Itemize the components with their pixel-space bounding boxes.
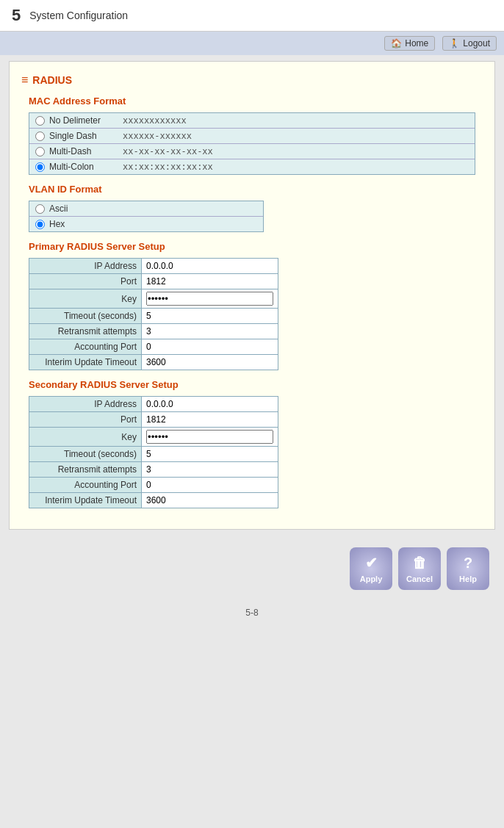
home-label: Home — [405, 38, 428, 48]
secondary-timeout-input[interactable] — [146, 449, 273, 459]
vlan-id-table: Ascii Hex — [29, 201, 264, 232]
help-label: Help — [459, 575, 477, 583]
primary-accounting-label: Accounting Port — [29, 339, 142, 355]
logout-icon: 🚶 — [449, 38, 460, 48]
secondary-timeout-row: Timeout (seconds) — [29, 447, 278, 462]
secondary-accounting-label: Accounting Port — [29, 478, 142, 493]
apply-label: Apply — [360, 575, 383, 583]
page-footer: 5-8 — [0, 602, 504, 624]
primary-key-input[interactable] — [146, 292, 273, 306]
secondary-key-input[interactable] — [146, 430, 273, 444]
mac-address-subtitle: MAC Address Format — [29, 96, 483, 107]
primary-interim-row: Interim Update Timeout — [29, 355, 278, 370]
apply-button[interactable]: ✔ Apply — [350, 547, 392, 590]
primary-retransmit-value — [142, 324, 278, 339]
radius-section-title: RADIUS — [21, 73, 483, 87]
primary-accounting-input[interactable] — [146, 342, 273, 352]
mac-radio-no-delimeter[interactable] — [35, 116, 45, 126]
mac-label-multi-dash: Multi-Dash — [49, 146, 123, 156]
primary-accounting-row: Accounting Port — [29, 339, 278, 355]
secondary-server-subtitle: Secondary RADIUS Server Setup — [29, 379, 483, 390]
secondary-server-table: IP Address Port Key Timeout (seconds) Re… — [29, 396, 278, 508]
vlan-id-subtitle: VLAN ID Format — [29, 184, 483, 195]
vlan-radio-hex[interactable] — [35, 220, 45, 229]
secondary-ip-row: IP Address — [29, 397, 278, 412]
secondary-port-value — [142, 412, 278, 428]
secondary-ip-input[interactable] — [146, 399, 273, 409]
cancel-label: Cancel — [406, 575, 433, 583]
mac-example-single-dash: xxxxxx-xxxxxx — [123, 131, 192, 141]
vlan-label-hex: Hex — [49, 219, 123, 229]
secondary-retransmit-label: Retransmit attempts — [29, 462, 142, 478]
mac-label-single-dash: Single Dash — [49, 131, 123, 141]
mac-example-multi-dash: xx-xx-xx-xx-xx-xx — [123, 146, 213, 156]
mac-radio-multi-dash[interactable] — [35, 147, 45, 156]
secondary-timeout-label: Timeout (seconds) — [29, 447, 142, 462]
mac-example-no-delimeter: xxxxxxxxxxxx — [123, 115, 187, 126]
logout-button[interactable]: 🚶 Logout — [442, 36, 497, 51]
mac-radio-single-dash[interactable] — [35, 132, 45, 141]
primary-timeout-label: Timeout (seconds) — [29, 309, 142, 324]
mac-radio-multi-colon[interactable] — [35, 162, 45, 172]
secondary-accounting-row: Accounting Port — [29, 478, 278, 493]
page-header: 5 System Configuration — [0, 0, 504, 32]
primary-ip-input[interactable] — [146, 261, 273, 271]
secondary-accounting-input[interactable] — [146, 480, 273, 490]
vlan-radio-ascii[interactable] — [35, 204, 45, 214]
secondary-port-input[interactable] — [146, 414, 273, 425]
primary-server-table: IP Address Port Key Timeout (seconds) Re… — [29, 258, 278, 370]
page-number: 5 — [12, 6, 21, 25]
secondary-interim-input[interactable] — [146, 495, 273, 505]
primary-retransmit-label: Retransmit attempts — [29, 324, 142, 339]
apply-icon: ✔ — [365, 554, 378, 572]
primary-key-value — [142, 289, 278, 309]
secondary-retransmit-row: Retransmit attempts — [29, 462, 278, 478]
primary-retransmit-row: Retransmit attempts — [29, 324, 278, 339]
mac-label-no-delimeter: No Delimeter — [49, 115, 123, 126]
top-nav: 🏠 Home 🚶 Logout — [0, 32, 504, 55]
secondary-interim-label: Interim Update Timeout — [29, 493, 142, 508]
secondary-key-label: Key — [29, 428, 142, 447]
secondary-timeout-value — [142, 447, 278, 462]
primary-interim-label: Interim Update Timeout — [29, 355, 142, 370]
cancel-icon: 🗑 — [412, 555, 427, 572]
mac-label-multi-colon: Multi-Colon — [49, 162, 123, 172]
primary-port-value — [142, 274, 278, 289]
secondary-accounting-value — [142, 478, 278, 493]
primary-ip-value — [142, 259, 278, 274]
cancel-button[interactable]: 🗑 Cancel — [398, 547, 441, 590]
mac-option-single-dash: Single Dash xxxxxx-xxxxxx — [29, 129, 475, 144]
main-content: RADIUS MAC Address Format No Delimeter x… — [9, 61, 495, 530]
logout-label: Logout — [463, 38, 490, 48]
home-button[interactable]: 🏠 Home — [384, 36, 435, 51]
secondary-retransmit-input[interactable] — [146, 464, 273, 475]
secondary-port-label: Port — [29, 412, 142, 428]
primary-port-input[interactable] — [146, 276, 273, 287]
primary-ip-row: IP Address — [29, 259, 278, 274]
secondary-key-row: Key — [29, 428, 278, 447]
secondary-port-row: Port — [29, 412, 278, 428]
mac-option-multi-colon: Multi-Colon xx:xx:xx:xx:xx:xx — [29, 159, 475, 174]
primary-interim-input[interactable] — [146, 357, 273, 367]
bottom-buttons: ✔ Apply 🗑 Cancel ? Help — [0, 536, 504, 602]
primary-timeout-row: Timeout (seconds) — [29, 309, 278, 324]
mac-option-multi-dash: Multi-Dash xx-xx-xx-xx-xx-xx — [29, 144, 475, 159]
primary-retransmit-input[interactable] — [146, 326, 273, 336]
secondary-ip-label: IP Address — [29, 397, 142, 412]
primary-port-row: Port — [29, 274, 278, 289]
secondary-ip-value — [142, 397, 278, 412]
help-button[interactable]: ? Help — [447, 547, 489, 590]
secondary-key-value — [142, 428, 278, 447]
primary-ip-label: IP Address — [29, 259, 142, 274]
vlan-label-ascii: Ascii — [49, 204, 123, 214]
page-title: System Configuration — [29, 10, 128, 21]
primary-key-row: Key — [29, 289, 278, 309]
secondary-retransmit-value — [142, 462, 278, 478]
mac-example-multi-colon: xx:xx:xx:xx:xx:xx — [123, 162, 213, 172]
primary-timeout-input[interactable] — [146, 311, 273, 321]
primary-interim-value — [142, 355, 278, 370]
primary-key-label: Key — [29, 289, 142, 309]
mac-option-no-delimeter: No Delimeter xxxxxxxxxxxx — [29, 113, 475, 129]
vlan-option-ascii: Ascii — [29, 201, 263, 217]
secondary-interim-row: Interim Update Timeout — [29, 493, 278, 508]
